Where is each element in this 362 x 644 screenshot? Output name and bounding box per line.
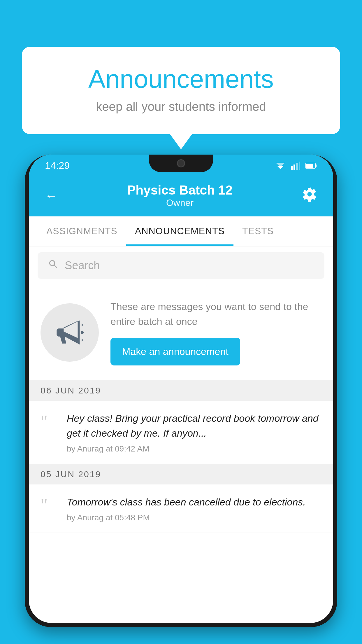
make-announcement-button[interactable]: Make an announcement	[110, 338, 240, 365]
search-placeholder: Search	[65, 259, 100, 272]
quote-icon-1: "	[41, 412, 58, 430]
date-separator-2: 05 JUN 2019	[29, 464, 333, 484]
gear-icon	[302, 187, 317, 202]
date-separator-1: 06 JUN 2019	[29, 380, 333, 401]
phone-mute-button	[25, 242, 25, 260]
svg-rect-7	[315, 164, 317, 167]
svg-rect-8	[306, 164, 313, 168]
search-icon	[48, 259, 59, 272]
svg-rect-2	[291, 166, 293, 170]
search-bar[interactable]: Search	[38, 252, 324, 279]
signal-icon	[291, 162, 300, 170]
status-bar-icons	[275, 162, 317, 170]
tab-tests[interactable]: TESTS	[233, 216, 282, 246]
announcement-item-1[interactable]: " Hey class! Bring your practical record…	[29, 401, 333, 464]
speech-bubble-container: Announcements keep all your students inf…	[22, 47, 340, 134]
svg-marker-1	[276, 163, 285, 167]
phone-screen: 14:29	[29, 155, 333, 623]
tab-assignments[interactable]: ASSIGNMENTS	[38, 216, 126, 246]
speech-bubble: Announcements keep all your students inf…	[22, 47, 340, 134]
search-container: Search	[29, 246, 333, 285]
announcement-content-2: Tomorrow's class has been cancelled due …	[67, 495, 306, 522]
cta-description: These are messages you want to send to t…	[110, 299, 321, 329]
phone-volume-up-button	[25, 268, 25, 298]
svg-rect-3	[294, 164, 295, 170]
announcement-item-2[interactable]: " Tomorrow's class has been cancelled du…	[29, 484, 333, 533]
status-bar-time: 14:29	[45, 160, 70, 171]
phone-notch	[149, 155, 213, 172]
phone-volume-down-button	[25, 303, 25, 332]
svg-rect-5	[299, 162, 300, 170]
header-title-container: Physics Batch 12 Owner	[58, 183, 302, 208]
header-title: Physics Batch 12	[58, 183, 302, 197]
settings-button[interactable]	[302, 187, 317, 204]
status-bar: 14:29	[29, 155, 333, 176]
back-button[interactable]: ←	[45, 188, 58, 203]
speech-bubble-subtitle: keep all your students informed	[42, 100, 320, 114]
quote-icon-2: "	[41, 496, 58, 514]
phone-frame: 14:29	[25, 155, 337, 627]
tabs-container: ASSIGNMENTS ANNOUNCEMENTS TESTS	[29, 216, 333, 246]
phone-container: 14:29	[25, 155, 337, 644]
app-header: ← Physics Batch 12 Owner	[29, 176, 333, 216]
announcement-meta-1: by Anurag at 09:42 AM	[67, 444, 321, 454]
megaphone-illustration	[41, 303, 99, 362]
speech-bubble-title: Announcements	[42, 64, 320, 94]
svg-point-9	[81, 331, 84, 334]
battery-icon	[305, 162, 317, 169]
svg-rect-4	[296, 163, 298, 170]
header-subtitle: Owner	[58, 197, 302, 208]
announcement-content-1: Hey class! Bring your practical record b…	[67, 411, 321, 454]
cta-card: These are messages you want to send to t…	[29, 285, 333, 380]
announcement-text-1: Hey class! Bring your practical record b…	[67, 411, 321, 441]
announcement-meta-2: by Anurag at 05:48 PM	[67, 513, 306, 522]
tab-announcements[interactable]: ANNOUNCEMENTS	[126, 216, 233, 246]
wifi-icon	[275, 162, 286, 170]
announcement-text-2: Tomorrow's class has been cancelled due …	[67, 495, 306, 510]
front-camera	[177, 159, 185, 167]
cta-right-content: These are messages you want to send to t…	[110, 299, 321, 365]
phone-power-button	[337, 265, 337, 289]
megaphone-icon	[54, 316, 86, 349]
